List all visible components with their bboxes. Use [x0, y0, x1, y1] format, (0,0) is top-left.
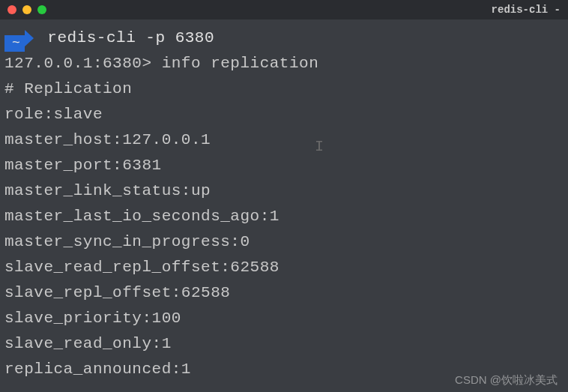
window-controls [7, 5, 46, 14]
text-cursor-icon: I [315, 138, 324, 155]
redis-prompt-line: 127.0.0.1:6380> info replication [4, 51, 564, 76]
output-line: slave_repl_offset:62588 [4, 280, 564, 306]
prompt-arrow-icon: ~ [4, 30, 34, 46]
output-line: slave_priority:100 [4, 306, 564, 331]
output-line: slave_read_repl_offset:62588 [4, 255, 564, 280]
arrow-tip-icon [25, 30, 34, 46]
output-line: role:slave [4, 102, 564, 127]
output-header: # Replication [4, 76, 564, 102]
terminal-content[interactable]: ~ redis-cli -p 6380 127.0.0.1:6380> info… [0, 19, 568, 388]
maximize-window-icon[interactable] [37, 5, 46, 14]
output-line: master_link_status:up [4, 178, 564, 204]
watermark-text: CSDN @饮啦冰美式 [455, 373, 558, 388]
output-line: master_host:127.0.0.1 [4, 127, 564, 153]
output-line: master_sync_in_progress:0 [4, 229, 564, 255]
output-line: slave_read_only:1 [4, 331, 564, 357]
output-line: master_last_io_seconds_ago:1 [4, 204, 564, 229]
minimize-window-icon[interactable] [22, 5, 31, 14]
prompt-symbol: ~ [4, 35, 25, 52]
redis-host-prompt: 127.0.0.1:6380> [4, 55, 152, 72]
shell-prompt-line: ~ redis-cli -p 6380 [4, 25, 564, 51]
close-window-icon[interactable] [7, 5, 16, 14]
output-line: master_port:6381 [4, 153, 564, 178]
redis-command: info replication [162, 55, 319, 72]
shell-command: redis-cli -p 6380 [47, 25, 214, 51]
window-titlebar: redis-cli - [0, 0, 568, 19]
window-title: redis-cli - [492, 4, 561, 16]
